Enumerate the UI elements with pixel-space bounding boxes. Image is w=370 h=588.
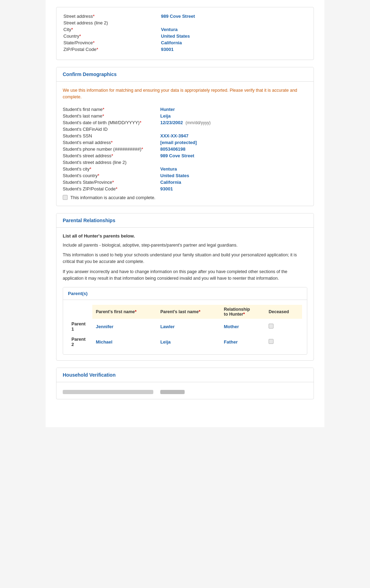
- deceased-checkbox[interactable]: [269, 324, 273, 329]
- demo-field-row: Student's date of birth (MM/DD/YYYY)*12/…: [63, 120, 307, 125]
- confirm-demographics-body: We use this information for matching and…: [56, 82, 314, 206]
- demo-field-value-wrapper: XXX-XX-3947: [160, 133, 188, 138]
- demo-field-row: Student's street address (line 2): [63, 160, 307, 165]
- demo-field-value: XXX-XX-3947: [160, 133, 188, 138]
- accuracy-checkbox-row[interactable]: This information is accurate and complet…: [63, 195, 307, 200]
- parents-table-header: [68, 305, 92, 319]
- demo-field-label: Student's phone number (##########)*: [63, 146, 160, 152]
- demo-field-row: Student's State/Province*California: [63, 180, 307, 185]
- parents-subsection-title: Parent(s): [68, 291, 87, 296]
- parents-subsection: Parent(s) Parent's first name*Parent's l…: [63, 287, 307, 355]
- demo-field-value: 989 Cove Street: [160, 153, 194, 158]
- demo-field-value-wrapper: United States: [160, 173, 189, 178]
- address-field-value: United States: [161, 33, 190, 39]
- address-block: Street address*989 Cove StreetStreet add…: [56, 7, 314, 60]
- parents-table-header: Parent's first name*: [92, 305, 157, 319]
- demo-field-value-wrapper: [email protected]: [160, 140, 197, 145]
- demo-field-label: Student's State/Province*: [63, 180, 160, 185]
- blurred-bar-long: [63, 390, 153, 394]
- address-field-value: 93001: [161, 47, 174, 52]
- demo-field-label: Student's street address*: [63, 153, 160, 158]
- demo-field-row: Student's CBFinAid ID: [63, 127, 307, 132]
- address-fields: Street address*989 Cove StreetStreet add…: [63, 14, 307, 52]
- parent-first-name: Jennifer: [92, 319, 157, 334]
- demo-field-value: 12/23/2002: [160, 120, 183, 125]
- demo-field-value: Leija: [160, 113, 171, 119]
- address-field-row: Street address (line 2): [63, 20, 307, 25]
- parental-para3: If you answer incorrectly and have to ch…: [63, 269, 307, 282]
- demo-field-label: Student's country*: [63, 173, 160, 178]
- parental-para1: Include all parents - biological, adopti…: [63, 242, 307, 249]
- demo-field-value: [email protected]: [160, 140, 197, 145]
- demo-field-value: 8053406198: [160, 146, 185, 152]
- demo-field-label: Student's street address (line 2): [63, 160, 160, 165]
- parent-last-name: Leija: [157, 334, 220, 349]
- demo-field-row: Student's SSNXXX-XX-3947: [63, 133, 307, 138]
- page-wrapper: Street address*989 Cove StreetStreet add…: [46, 0, 324, 427]
- parent-relationship: Father: [221, 334, 265, 349]
- demo-field-label: Student's date of birth (MM/DD/YYYY)*: [63, 120, 160, 125]
- parental-body: List all of Hunter's parents below. Incl…: [56, 228, 314, 361]
- address-field-label: Street address (line 2): [63, 20, 161, 25]
- demo-field-label: Student's ZIP/Postal Code*: [63, 186, 160, 191]
- parents-table-header: Parent's last name*: [157, 305, 220, 319]
- demo-field-value-wrapper: Ventura: [160, 166, 177, 172]
- confirm-demographics-header: Confirm Demographics: [56, 67, 314, 82]
- confirm-demographics-section: Confirm Demographics We use this informa…: [56, 67, 314, 206]
- parental-para2: This information is used to help your sc…: [63, 252, 307, 265]
- demo-field-value: California: [160, 180, 181, 185]
- parent-row-label: Parent2: [68, 334, 92, 349]
- demographics-notice: We use this information for matching and…: [63, 87, 307, 100]
- demo-field-row: Student's city*Ventura: [63, 166, 307, 172]
- address-field-row: City*Ventura: [63, 27, 307, 32]
- demo-field-value: Hunter: [160, 107, 175, 112]
- address-field-row: Country*United States: [63, 33, 307, 39]
- demo-field-label: Student's last name*: [63, 113, 160, 119]
- address-field-row: State/Province*California: [63, 40, 307, 45]
- parental-relationships-section: Parental Relationships List all of Hunte…: [56, 213, 314, 361]
- demo-field-label: Student's email address*: [63, 140, 160, 145]
- deceased-checkbox[interactable]: [269, 339, 273, 344]
- parental-relationships-title: Parental Relationships: [63, 218, 115, 223]
- demo-field-row: Student's country*United States: [63, 173, 307, 178]
- parents-table-header: Deceased: [265, 305, 302, 319]
- demo-field-label: Student's CBFinAid ID: [63, 127, 160, 132]
- demographics-fields: Student's first name*HunterStudent's las…: [63, 107, 307, 191]
- confirm-demographics-title: Confirm Demographics: [63, 71, 117, 77]
- parents-table-wrapper: Parent's first name*Parent's last name*R…: [63, 300, 307, 354]
- demo-field-value: Ventura: [160, 166, 177, 172]
- parents-table: Parent's first name*Parent's last name*R…: [68, 305, 302, 349]
- address-field-label: Street address*: [63, 14, 161, 19]
- household-verification-section: Household Verification: [56, 368, 314, 399]
- dob-note: (mm/dd/yyyy): [184, 120, 210, 125]
- demo-field-row: Student's email address*[email protected…: [63, 140, 307, 145]
- parent-deceased-cell[interactable]: [265, 319, 302, 334]
- demo-field-row: Student's phone number (##########)*8053…: [63, 146, 307, 152]
- parent-deceased-cell[interactable]: [265, 334, 302, 349]
- demo-field-row: Student's street address*989 Cove Street: [63, 153, 307, 158]
- parent-row-label: Parent1: [68, 319, 92, 334]
- address-field-row: Street address*989 Cove Street: [63, 14, 307, 19]
- parents-table-header: Relationshipto Hunter*: [221, 305, 265, 319]
- address-field-label: ZIP/Postal Code*: [63, 47, 161, 52]
- demo-field-label: Student's city*: [63, 166, 160, 172]
- accuracy-checkbox-label: This information is accurate and complet…: [70, 195, 155, 200]
- demo-field-value-wrapper: 8053406198: [160, 146, 185, 152]
- household-verification-title: Household Verification: [63, 372, 116, 378]
- household-body: [56, 382, 314, 399]
- demo-field-value-wrapper: Leija: [160, 113, 171, 119]
- demo-field-row: Student's last name*Leija: [63, 113, 307, 119]
- demo-field-value-wrapper: 12/23/2002 (mm/dd/yyyy): [160, 120, 210, 125]
- parents-subsection-header: Parent(s): [63, 287, 307, 300]
- demo-field-row: Student's ZIP/Postal Code*93001: [63, 186, 307, 191]
- demo-field-value: United States: [160, 173, 189, 178]
- parent-row: Parent2MichaelLeijaFather: [68, 334, 302, 349]
- address-field-value: 989 Cove Street: [161, 14, 195, 19]
- parental-heading: List all of Hunter's parents below.: [63, 233, 307, 239]
- address-field-label: State/Province*: [63, 40, 161, 45]
- address-field-label: Country*: [63, 33, 161, 39]
- accuracy-checkbox[interactable]: [63, 195, 68, 200]
- parent-relationship: Mother: [221, 319, 265, 334]
- demo-field-value-wrapper: Hunter: [160, 107, 175, 112]
- address-field-value: Ventura: [161, 27, 178, 32]
